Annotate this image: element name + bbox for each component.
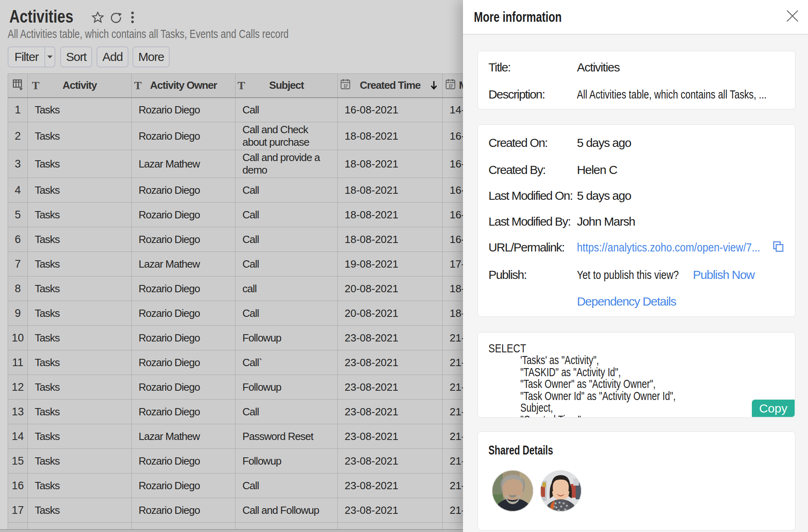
svg-text:17: 17 (343, 83, 348, 88)
svg-text:17: 17 (448, 83, 453, 88)
